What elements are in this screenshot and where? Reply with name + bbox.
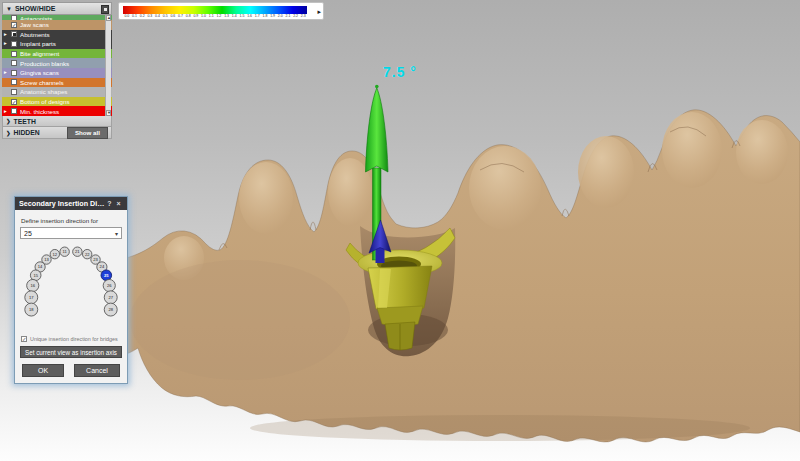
svg-text:25: 25 [104, 273, 109, 278]
layer-label: Screw channels [20, 79, 64, 86]
layer-label: Bite alignment [20, 50, 59, 57]
layer-label: Jaw scans [20, 21, 49, 28]
distance-color-scale: 0.00.10.20.30.40.50.60.70.80.91.01.11.21… [118, 2, 324, 20]
expand-arrow-icon[interactable]: ▸ [4, 107, 11, 116]
layer-checkbox[interactable] [11, 108, 17, 114]
layer-checkbox[interactable] [11, 31, 17, 37]
layer-checkbox[interactable]: ✓ [11, 99, 17, 105]
layer-checkbox[interactable] [11, 89, 17, 95]
close-icon[interactable]: × [114, 200, 123, 207]
bridge-option-row: ✓ Unique insertion direction for bridges [20, 336, 122, 342]
layer-checkbox[interactable] [11, 15, 17, 20]
layer-row-bite-alignment[interactable]: Bite alignment [2, 49, 112, 59]
tooth-26[interactable]: 26 [103, 279, 115, 291]
layer-checkbox[interactable]: ✓ [11, 22, 17, 28]
svg-text:28: 28 [108, 307, 113, 312]
bridge-checkbox-label: Unique insertion direction for bridges [30, 336, 118, 342]
cancel-button[interactable]: Cancel [74, 364, 120, 377]
dialog-titlebar[interactable]: Secondary Insertion Dir... ? × [15, 197, 127, 210]
hidden-section-header[interactable]: ❯ HIDDEN Show all [2, 127, 112, 139]
layer-checkbox[interactable] [11, 51, 17, 57]
tooth-21[interactable]: 21 [73, 247, 82, 256]
application-window: 7.5 ° ▼ SHOW/HIDE Antagonists✓Jaw scans▸… [0, 0, 800, 461]
dialog-actions: OK Cancel [20, 364, 122, 377]
chevron-right-icon: ❯ [6, 118, 11, 124]
layer-label: Production blanks [20, 60, 69, 67]
layer-checkbox[interactable] [11, 41, 17, 47]
chevron-down-icon: ▼ [6, 6, 12, 12]
svg-text:13: 13 [44, 257, 49, 262]
expand-arrow-icon[interactable]: ▸ [4, 30, 11, 39]
svg-text:22: 22 [85, 252, 90, 257]
chevron-right-icon: ❯ [6, 130, 11, 136]
layer-row-screw-channels[interactable]: Screw channels [2, 78, 112, 88]
ok-button[interactable]: OK [22, 364, 64, 377]
show-all-button[interactable]: Show all [67, 127, 108, 139]
svg-text:15: 15 [33, 273, 38, 278]
scroll-down-icon[interactable]: ▼ [106, 110, 111, 116]
svg-text:11: 11 [62, 249, 67, 254]
layer-label: Bottom of designs [20, 98, 70, 105]
tooth-18[interactable]: 18 [25, 303, 38, 316]
layer-label: Min. thickness [20, 108, 59, 115]
tooth-22[interactable]: 22 [82, 249, 91, 258]
tooth-arch-diagram: 11121314151617182122232425262728 [20, 243, 122, 333]
svg-text:21: 21 [75, 249, 80, 254]
svg-text:17: 17 [29, 295, 34, 300]
svg-text:12: 12 [53, 252, 58, 257]
dialog-body: Define insertion direction for 25 ▾ 1112… [15, 210, 127, 383]
set-view-button[interactable]: Set current view as insertion axis [20, 346, 122, 358]
tooth-15[interactable]: 15 [30, 270, 41, 281]
panel-title: SHOW/HIDE [15, 5, 55, 12]
help-icon[interactable]: ? [105, 200, 114, 207]
tooth-28[interactable]: 28 [104, 303, 117, 316]
scrollbar[interactable]: ▲ ▼ [105, 15, 111, 116]
layer-row-jaw-scans[interactable]: ✓Jaw scans [2, 20, 112, 30]
layer-checkbox[interactable] [11, 79, 17, 85]
show-hide-header[interactable]: ▼ SHOW/HIDE [2, 2, 112, 15]
layer-row-bottom-of-designs[interactable]: ✓Bottom of designs [2, 97, 112, 107]
expand-arrow-icon[interactable]: ▸ [4, 68, 11, 77]
layer-label: Implant parts [20, 40, 56, 47]
show-hide-panel: ▼ SHOW/HIDE Antagonists✓Jaw scans▸Abutme… [2, 2, 112, 139]
bridge-checkbox[interactable]: ✓ [21, 336, 27, 342]
layer-label: Antagonists [20, 15, 52, 20]
layer-row-min-thickness[interactable]: ▸Min. thickness [2, 106, 112, 116]
chevron-down-icon: ▾ [115, 230, 118, 237]
layer-label: Gingiva scans [20, 69, 59, 76]
color-scale-ticks: 0.00.10.20.30.40.50.60.70.80.91.01.11.21… [123, 14, 307, 18]
expand-arrow-icon[interactable]: ▸ [4, 39, 11, 48]
tooth-12[interactable]: 12 [50, 249, 59, 258]
scroll-up-icon[interactable]: ▲ [106, 15, 111, 21]
layer-row-gingiva-scans[interactable]: ▸Gingiva scans [2, 68, 112, 78]
insertion-angle-label: 7.5 ° [383, 64, 417, 80]
svg-text:23: 23 [93, 257, 98, 262]
tooth-25[interactable]: 25 [101, 270, 112, 281]
secondary-axis-shaft [376, 247, 385, 263]
tooth-17[interactable]: 17 [25, 291, 38, 304]
svg-text:26: 26 [107, 283, 112, 288]
svg-text:14: 14 [38, 264, 43, 269]
define-direction-label: Define insertion direction for [21, 217, 122, 224]
tooth-27[interactable]: 27 [104, 291, 117, 304]
layer-row-anatomic-shapes[interactable]: Anatomic shapes [2, 87, 112, 97]
color-gradient [123, 6, 307, 14]
layer-checkbox[interactable] [11, 60, 17, 66]
layer-label: Anatomic shapes [20, 88, 67, 95]
pin-icon[interactable] [101, 5, 109, 14]
tooth-select-value: 25 [24, 230, 115, 237]
layer-list: Antagonists✓Jaw scans▸Abutments▸Implant … [2, 15, 112, 116]
layer-row-production-blanks[interactable]: Production blanks [2, 58, 112, 68]
secondary-insertion-dialog: Secondary Insertion Dir... ? × Define in… [14, 196, 128, 384]
section-label: HIDDEN [14, 129, 40, 136]
layer-row-implant-parts[interactable]: ▸Implant parts [2, 39, 112, 49]
expand-arrow-icon[interactable]: ▸ [317, 7, 321, 16]
tooth-16[interactable]: 16 [27, 279, 39, 291]
section-label: TEETH [14, 118, 36, 125]
tooth-11[interactable]: 11 [60, 247, 69, 256]
layer-row-abutments[interactable]: ▸Abutments [2, 30, 112, 40]
tooth-select-dropdown[interactable]: 25 ▾ [20, 227, 122, 239]
svg-text:27: 27 [108, 295, 113, 300]
svg-text:24: 24 [100, 264, 105, 269]
layer-checkbox[interactable] [11, 70, 17, 76]
